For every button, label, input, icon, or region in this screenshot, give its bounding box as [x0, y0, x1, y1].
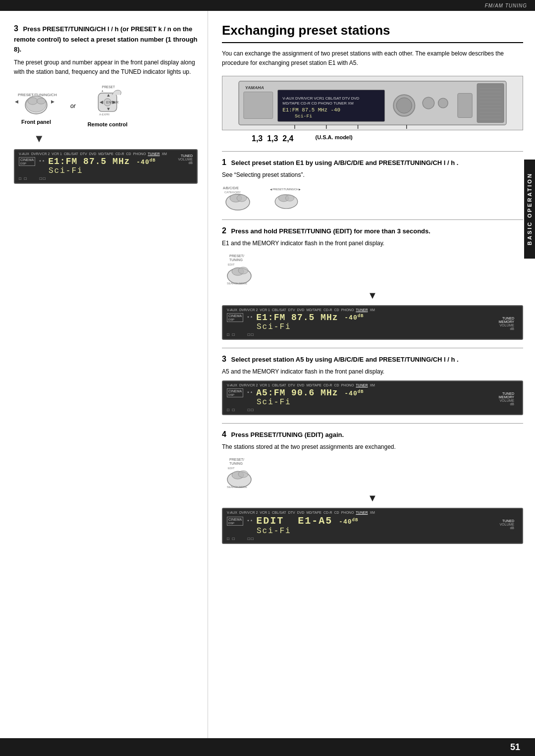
svg-text:PRESET: PRESET	[102, 86, 115, 89]
panel3-top-labels: V-AUX DVR/VCR 2 VCR 1 CBL/SAT DTV DVD MD…	[227, 383, 518, 387]
panel2-right-indicators: TUNED MEMORY VOLUME dB	[499, 317, 514, 330]
step2-heading: 2 Press and hold PRESET/TUNING (EDIT) fo…	[222, 225, 523, 237]
svg-text:EDIT: EDIT	[228, 263, 235, 266]
svg-text:▲: ▲	[106, 93, 110, 98]
panel3-right-indicators: TUNED MEMORY VOLUME dB	[499, 392, 514, 406]
usa-model-label: (U.S.A. model)	[316, 134, 353, 143]
step1-diagrams: A/B/C/D/E CATEGORY ◀ PRESET/TUNING/CH ▶	[222, 184, 523, 212]
svg-point-6	[37, 98, 46, 104]
step1: 1 Select preset station E1 by using A/B/…	[222, 157, 523, 211]
front-panel-svg: ◀ PRESET/TUNING/CH ▶	[14, 87, 58, 117]
or-label: or	[70, 103, 76, 109]
remote-label: Remote control	[88, 121, 128, 127]
step3-heading: 3 Press PRESET/TUNING/CH l / h (or PRESE…	[14, 23, 198, 54]
cinema-dsp-badge: CINEMADSP	[19, 157, 35, 166]
display-panel-2: V-AUX DVR/VCR 2 VCR 1 CBL/SAT DTV DVD MD…	[222, 305, 523, 340]
display-panel-3: V-AUX DVR/VCR 2 VCR 1 CBL/SAT DTV DVD MD…	[222, 380, 523, 415]
svg-point-5	[28, 98, 38, 105]
svg-text:◀ PRESET/TUNING/CH ▶: ◀ PRESET/TUNING/CH ▶	[270, 188, 301, 191]
svg-text:PRESET/: PRESET/	[229, 458, 244, 461]
svg-text:TUNING: TUNING	[229, 462, 243, 465]
svg-point-26	[396, 98, 412, 113]
rcvr-label-1: 1,3 1,3 2,4	[252, 134, 294, 143]
step4-number: 4	[222, 430, 226, 438]
preset-tuning-edit-svg: PRESET/ TUNING EDIT SEARCH MODE	[222, 252, 257, 287]
remote-diagram: PRESET ▲ ENTER ◀ ▶ ▲ ▼ A-EXPR	[88, 85, 128, 127]
step4-heading: 4 Press PRESET/TUNING (EDIT) again.	[222, 429, 523, 440]
svg-text:SEARCH MODE: SEARCH MODE	[227, 486, 247, 488]
svg-text:◀: ◀	[15, 99, 18, 104]
remote-svg: PRESET ▲ ENTER ◀ ▶ ▲ ▼ A-EXPR	[88, 85, 127, 119]
panel2-icons: **	[247, 315, 252, 320]
svg-point-59	[238, 267, 248, 274]
right-column: Exchanging preset stations You can excha…	[208, 11, 535, 744]
receiver-image: YAMAHA V-AUX DVR/VCR VCR1 CBL/SAT DTV DV…	[222, 76, 523, 130]
svg-text:V-AUX DVR/VCR VCR1 CBL/SAT DTV: V-AUX DVR/VCR VCR1 CBL/SAT DTV DVD	[282, 97, 359, 101]
svg-text:CATEGORY: CATEGORY	[224, 191, 241, 194]
panel4-main-text: EDIT E1-A5 -40dB	[256, 515, 358, 527]
step3-right-number: 3	[222, 355, 226, 363]
svg-text:▲: ▲	[101, 89, 104, 92]
section-divider-4	[222, 423, 523, 424]
sidebar-label-text: BASIC OPERATION	[527, 173, 533, 246]
step1-body: See “Selecting preset stations”.	[222, 170, 523, 180]
arrow-down-1: ▼	[34, 132, 198, 145]
step1-diagram-left: A/B/C/D/E CATEGORY	[222, 184, 254, 212]
svg-text:▶: ▶	[51, 99, 54, 104]
sidebar-label: BASIC OPERATION	[524, 160, 535, 259]
step3-number: 3	[14, 24, 18, 33]
step3-body: The preset group and number appear in th…	[14, 58, 198, 77]
panel3-main-text: A5:FM 90.6 MHz -40dB	[256, 388, 364, 398]
svg-text:◀: ◀	[100, 100, 103, 105]
panel4-sub-text: Sci-Fi	[227, 527, 518, 536]
svg-text:EDIT: EDIT	[228, 467, 235, 470]
panel3-sub-text: Sci-Fi	[227, 398, 518, 407]
svg-text:A-EXPR: A-EXPR	[99, 113, 109, 116]
panel4-icons: **	[247, 519, 252, 524]
panel2-sub-text: Sci-Fi	[227, 323, 518, 331]
panel2-top-labels: V-AUX DVR/VCR 2 VCR 1 CBL/SAT DTV DVD MD…	[227, 308, 518, 312]
step1-diagram-right: ◀ PRESET/TUNING/CH ▶	[269, 184, 304, 212]
page-number: 51	[510, 742, 520, 753]
arrow-down-2: ▼	[363, 290, 382, 301]
section-divider-3	[222, 348, 523, 348]
section-divider-2	[222, 219, 523, 220]
display-panel-4: V-AUX DVR/VCR 2 VCR 1 CBL/SAT DTV DVD MD…	[222, 508, 523, 544]
step2: 2 Press and hold PRESET/TUNING (EDIT) fo…	[222, 225, 523, 340]
svg-text:▼: ▼	[106, 107, 110, 112]
arrow-down-4: ▼	[363, 492, 382, 504]
main-content: 3 Press PRESET/TUNING/CH l / h (or PRESE…	[0, 11, 535, 744]
svg-text:YAMAHA: YAMAHA	[245, 85, 264, 90]
svg-rect-20	[278, 90, 385, 122]
abcde-svg: A/B/C/D/E CATEGORY	[222, 184, 254, 212]
step1-number: 1	[222, 158, 226, 166]
step2-body: E1 and the MEMORY indicator flash in the…	[222, 239, 523, 248]
svg-point-27	[423, 98, 434, 109]
cinema-dsp-badge-3: CINEMADSP	[227, 388, 243, 397]
panel1-right-indicators: TUNED VOLUME dB	[178, 154, 193, 164]
diagrams-row: ◀ PRESET/TUNING/CH ▶ Front panel or PR	[14, 85, 198, 127]
display-panel-1: V-AUX DVR/VCR 2 VCR 1 CBL/SAT DTV DVD MD…	[14, 149, 198, 184]
bottom-bar: 51	[0, 738, 535, 756]
panel1-icons: **	[39, 159, 44, 164]
section-divider-1	[222, 151, 523, 152]
top-bar: FM/AM TUNING	[0, 0, 535, 11]
cinema-dsp-badge-2: CINEMADSP	[227, 313, 243, 322]
svg-point-53	[285, 195, 294, 201]
intro-text: You can exchange the assignment of two p…	[222, 49, 523, 68]
panel4-top-labels: V-AUX DVR/VCR 2 VCR 1 CBL/SAT DTV DVD MD…	[227, 511, 518, 514]
section-label: FM/AM TUNING	[485, 3, 527, 8]
svg-text:PRESET/: PRESET/	[229, 254, 244, 258]
panel4-right-indicators: TUNED VOLUME dB	[499, 519, 514, 530]
svg-point-66	[238, 471, 248, 478]
cinema-dsp-badge-4: CINEMADSP	[227, 517, 243, 526]
svg-rect-30	[477, 84, 504, 123]
svg-text:MD/TAPE CD-R CD PHONO TUNER XM: MD/TAPE CD-R CD PHONO TUNER XM	[282, 101, 354, 106]
svg-text:Sci-Fi: Sci-Fi	[295, 114, 312, 119]
panel1-main-text: E1:FM 87.5 MHz -40dB	[48, 157, 156, 166]
svg-text:E1:FM 87.5 MHz -40: E1:FM 87.5 MHz -40	[282, 107, 340, 113]
preset-tuning-edit2-svg: PRESET/ TUNING EDIT SEARCH MODE	[222, 456, 257, 490]
svg-text:TUNING: TUNING	[229, 258, 243, 262]
step3-right-heading: 3 Select preset station A5 by using A/B/…	[222, 353, 523, 365]
page-title: Exchanging preset stations	[222, 23, 523, 43]
